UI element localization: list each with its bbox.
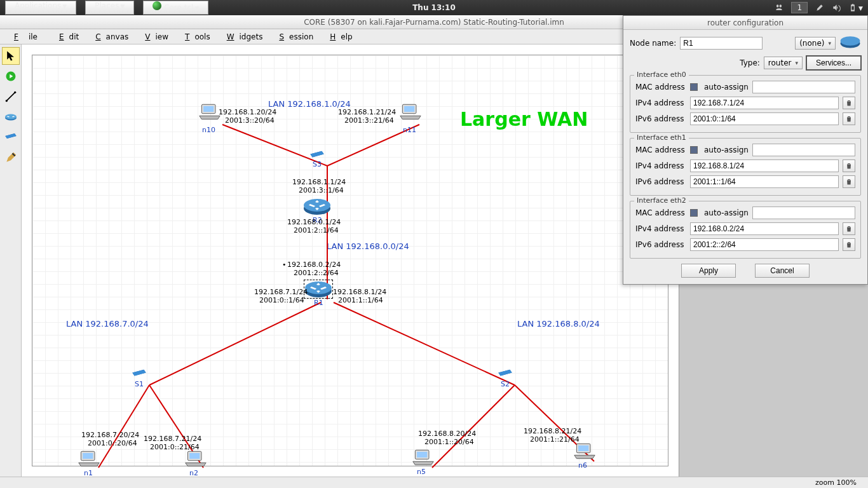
addr-r1-left-ip6: 2001:0::1/64 (259, 296, 304, 304)
addr-r1-up-ip: 192.168.0.2/24 (287, 261, 341, 269)
ipv4-input[interactable] (690, 97, 839, 109)
ipv4-delete-button[interactable] (843, 97, 855, 109)
addr-r1-up-ip6: 2001:2::2/64 (294, 269, 339, 277)
auto-assign-checkbox[interactable] (690, 146, 698, 154)
svg-rect-25 (83, 453, 93, 459)
mac-input[interactable] (752, 81, 855, 93)
ipv4-label: IPv4 address (635, 161, 686, 170)
menu-help[interactable]: Help (320, 30, 357, 43)
cancel-button[interactable]: Cancel (755, 264, 810, 278)
dialog-title: router configuration (707, 18, 783, 27)
ipv6-input[interactable] (690, 112, 839, 125)
svg-line-1 (6, 92, 15, 100)
menu-edit[interactable]: Edit (49, 30, 84, 43)
ipv4-input[interactable] (690, 222, 839, 235)
svg-line-11 (334, 302, 515, 385)
tool-annotate[interactable] (2, 149, 20, 166)
interface-frame-2: Interface eth2 MAC address auto-assign I… (630, 201, 861, 259)
image-dropdown[interactable]: (none)▾ (795, 37, 836, 50)
ipv4-delete-button[interactable] (843, 222, 855, 235)
ipv6-delete-button[interactable] (843, 175, 855, 188)
node-n10[interactable] (198, 103, 221, 123)
addr-r1-right-ip6: 2001:1::1/64 (338, 296, 383, 304)
nodename-input[interactable] (680, 37, 763, 50)
volume-icon[interactable] (832, 3, 841, 13)
applications-menu[interactable]: Applications▼ (5, 1, 76, 15)
globe-icon (153, 1, 161, 10)
mac-label: MAC address (635, 146, 686, 154)
node-label-r1: R1 (314, 299, 323, 307)
addr-n10-ip6: 2001:3::20/64 (225, 116, 275, 125)
mac-input[interactable] (752, 207, 855, 219)
auto-assign-checkbox[interactable] (690, 209, 698, 217)
node-n6[interactable] (573, 442, 596, 462)
dot: • (282, 261, 287, 269)
ipv4-label: IPv4 address (635, 98, 686, 107)
brush-icon[interactable] (815, 3, 824, 13)
menu-widgets[interactable]: Widgets (217, 30, 268, 43)
mac-label: MAC address (635, 208, 686, 217)
router-icon (839, 35, 861, 51)
nodename-label: Node name: (630, 39, 676, 48)
canvas-area[interactable]: Larger WAN LAN 192.168.1.0/24 LAN 192.16… (22, 44, 679, 477)
tool-hub[interactable] (2, 128, 20, 146)
addr-n1-ip: 192.168.7.20/24 (81, 431, 139, 439)
addr-r2-up-ip6: 2001:3::1/64 (299, 186, 344, 194)
ipv4-label: IPv4 address (635, 224, 686, 233)
addr-n11-ip: 192.168.1.21/24 (338, 108, 396, 116)
workspace-indicator[interactable]: 1 (791, 2, 808, 13)
addr-r1-right-ip: 192.168.8.1/24 (333, 288, 386, 296)
current-app-menu[interactable]: Core.tcl▼ (143, 1, 208, 15)
svg-point-33 (841, 36, 860, 46)
node-n1[interactable] (78, 450, 100, 470)
addr-n2-ip6: 2001:0::21/64 (150, 443, 200, 451)
apply-button[interactable]: Apply (681, 264, 736, 278)
addr-n5-ip: 192.168.8.20/24 (418, 430, 476, 438)
ipv6-delete-button[interactable] (843, 238, 855, 251)
addr-r1-left-ip: 192.168.7.1/24 (254, 288, 308, 296)
node-r1[interactable] (304, 280, 333, 301)
zoom-indicator: zoom 100% (815, 478, 857, 487)
tool-select[interactable] (2, 47, 20, 65)
node-label-s3: S3 (313, 160, 322, 168)
menu-session[interactable]: Session (269, 30, 318, 43)
menu-canvas[interactable]: Canvas (85, 30, 133, 43)
auto-assign-checkbox[interactable] (690, 83, 698, 91)
mac-input[interactable] (752, 144, 855, 156)
node-label-n5: n5 (417, 468, 426, 476)
ipv6-input[interactable] (690, 238, 839, 251)
tool-run[interactable] (2, 67, 20, 85)
places-menu[interactable]: Places▼ (85, 1, 134, 15)
type-dropdown[interactable]: router▾ (764, 57, 803, 69)
ipv6-delete-button[interactable] (843, 112, 855, 125)
auto-assign-label: auto-assign (704, 146, 749, 154)
menu-tools[interactable]: Tools (175, 30, 215, 43)
interface-frame-0: Interface eth0 MAC address auto-assign I… (630, 75, 861, 133)
left-toolbar (0, 44, 22, 477)
svg-rect-19 (404, 106, 414, 112)
node-n2[interactable] (184, 450, 207, 470)
type-label: Type: (740, 58, 760, 67)
ipv4-delete-button[interactable] (843, 159, 855, 172)
svg-line-12 (98, 385, 149, 468)
menu-view[interactable]: View (135, 30, 173, 43)
addr-n2-ip: 192.168.7.21/24 (144, 435, 201, 443)
users-icon[interactable] (775, 3, 783, 13)
ipv6-input[interactable] (690, 175, 839, 188)
node-n11[interactable] (399, 103, 422, 123)
node-r2[interactable] (302, 197, 332, 218)
menu-file[interactable]: File (4, 30, 48, 43)
desktop-top-bar: Applications▼ Places▼ Core.tcl▼ Thu 13:1… (0, 0, 868, 15)
interface-legend: Interface eth0 (634, 71, 689, 79)
node-n5[interactable] (412, 449, 435, 468)
clock[interactable]: Thu 13:10 (412, 3, 456, 12)
tool-link[interactable] (2, 88, 20, 105)
svg-line-10 (149, 302, 321, 385)
svg-point-3 (14, 92, 16, 93)
addr-n1-ip6: 2001:0::20/64 (88, 439, 137, 447)
ipv4-input[interactable] (690, 159, 839, 172)
tool-router[interactable] (2, 108, 20, 126)
battery-icon[interactable]: ▼ (848, 3, 863, 13)
services-button[interactable]: Services... (806, 56, 861, 70)
node-label-n10: n10 (202, 126, 215, 134)
